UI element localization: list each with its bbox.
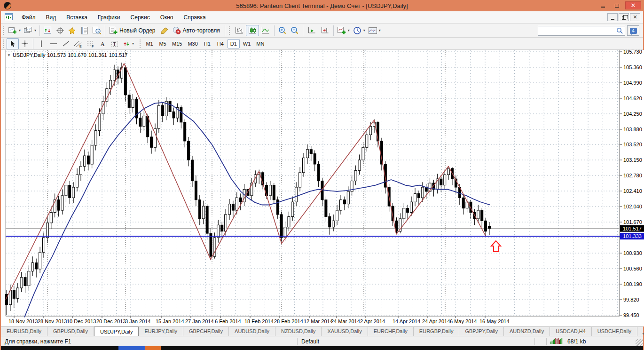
vertical-line-button[interactable] — [35, 38, 47, 49]
chart-document-icon[interactable] — [5, 13, 13, 22]
menu-графики[interactable]: Графики — [93, 12, 126, 23]
taskbar-item-blue[interactable] — [118, 346, 145, 350]
symbol-tab-usdcad[interactable]: USDCAD,H4 — [550, 327, 592, 336]
timeframe-m1-button[interactable]: M1 — [143, 39, 156, 48]
symbol-tab-usdchf[interactable]: USDCHF,Daily — [592, 327, 637, 336]
indicators-button[interactable]: ▾ — [336, 25, 351, 36]
timeframe-mn-button[interactable]: MN — [254, 39, 267, 48]
chart-profiles-button[interactable]: ▾ — [22, 25, 38, 36]
new-chart-button[interactable]: ▾ — [7, 25, 22, 36]
timeframe-h1-button[interactable]: H1 — [201, 39, 213, 48]
new-chart-icon — [8, 26, 17, 35]
candle-chart-button[interactable] — [246, 25, 259, 36]
market-watch-button[interactable] — [42, 25, 54, 36]
menu-справка[interactable]: Справка — [179, 12, 211, 23]
trendline-button[interactable] — [60, 38, 72, 49]
symbol-tab-eurchf[interactable]: EURCHF,Daily — [368, 327, 414, 336]
symbol-tab-xauusd[interactable]: XAUUSD,Daily — [322, 327, 368, 336]
symbol-tab-eurusd[interactable]: EURUSD,Daily — [1, 327, 47, 336]
arrow-up-annotation[interactable] — [491, 241, 501, 252]
market-watch-icon — [43, 26, 53, 35]
crosshair-button[interactable] — [19, 38, 31, 49]
minimize-button[interactable] — [597, 1, 608, 9]
strategy-tester-button[interactable] — [91, 25, 103, 36]
bar-chart-button[interactable] — [233, 25, 246, 36]
chart-svg[interactable]: 105.730105.360104.990104.620104.250103.8… — [1, 50, 644, 326]
resize-grip[interactable] — [636, 339, 643, 346]
zoom-in-button[interactable] — [276, 25, 289, 36]
menu-вид[interactable]: Вид — [41, 12, 62, 23]
arrows-button[interactable]: ▾ — [121, 38, 135, 49]
candles-layer[interactable] — [6, 63, 491, 315]
auto-scroll-button[interactable] — [305, 25, 318, 36]
svg-text:27 Jan 2014: 27 Jan 2014 — [185, 318, 214, 324]
metaeditor-button[interactable] — [158, 25, 171, 36]
favorites-button[interactable] — [66, 25, 79, 36]
equidistant-channel-button[interactable]: E — [72, 38, 84, 49]
collapse-icon[interactable]: ▼ — [7, 53, 11, 57]
timeframe-m15-button[interactable]: M15 — [170, 39, 184, 48]
timeframe-d1-button[interactable]: D1 — [228, 39, 240, 48]
templates-button[interactable]: ▾ — [367, 25, 382, 36]
chart-shift-button[interactable] — [318, 25, 331, 36]
chart-minimize-button[interactable] — [607, 13, 618, 21]
toolbar-separator — [333, 25, 334, 36]
close-button[interactable]: ✕ — [625, 1, 641, 9]
new-order-button[interactable]: Новый Ордер — [107, 25, 158, 36]
menu-сервис[interactable]: Сервис — [126, 12, 155, 23]
chart-restore-button[interactable] — [619, 13, 629, 21]
maximize-button[interactable] — [611, 1, 622, 9]
timeframe-w1-button[interactable]: W1 — [241, 39, 253, 48]
chevron-down-icon[interactable]: ▾ — [34, 28, 36, 32]
timeframe-m5-button[interactable]: M5 — [157, 39, 169, 48]
toolbar-grip[interactable] — [139, 39, 141, 48]
svg-text:16 May 2014: 16 May 2014 — [479, 318, 510, 324]
symbol-tab-eurjpy[interactable]: EURJPY,Daily — [139, 327, 183, 336]
symbol-tab-audnzd[interactable]: AUDNZD,Daily — [504, 327, 550, 336]
chevron-down-icon[interactable]: ▾ — [132, 41, 134, 46]
svg-text:104.250: 104.250 — [623, 111, 642, 117]
taskbar-item-orange[interactable] — [145, 346, 161, 350]
svg-text:3 Jan 2014: 3 Jan 2014 — [125, 318, 150, 324]
svg-text:100.560: 100.560 — [623, 266, 642, 271]
toolbar-grip[interactable] — [228, 26, 231, 35]
timeframe-h4-button[interactable]: H4 — [214, 39, 227, 48]
zoom-out-button[interactable] — [289, 25, 301, 36]
toolbar-grip[interactable] — [2, 39, 5, 48]
chevron-down-icon[interactable]: ▾ — [363, 28, 365, 32]
text-button[interactable]: A — [96, 38, 109, 49]
cursor-button[interactable] — [7, 38, 19, 49]
periods-button[interactable]: ▾ — [351, 25, 367, 36]
text-label-button[interactable]: T — [109, 38, 121, 49]
chevron-down-icon[interactable]: ▾ — [348, 28, 350, 32]
menu-вставка[interactable]: Вставка — [61, 12, 93, 23]
tab-scroll-left-button[interactable]: ◂ — [642, 331, 644, 336]
symbol-tab-nzdusd[interactable]: NZDUSD,Daily — [275, 327, 322, 336]
fibonacci-button[interactable]: F — [84, 38, 96, 49]
symbol-tab-gbpusd[interactable]: GBPUSD,Daily — [47, 327, 94, 336]
data-window-button[interactable] — [79, 25, 91, 36]
menu-окно[interactable]: Окно — [155, 12, 179, 23]
chevron-down-icon[interactable]: ▾ — [19, 28, 21, 32]
symbol-tab-gbpchf[interactable]: GBPCHF,Daily — [183, 327, 229, 336]
chevron-down-icon[interactable]: ▾ — [379, 28, 381, 32]
autotrade-button[interactable]: Авто-торговля — [171, 25, 223, 36]
search-input[interactable] — [538, 26, 613, 35]
moving-average-line[interactable] — [24, 103, 490, 318]
navigator-button[interactable] — [54, 25, 66, 36]
status-profile[interactable]: Default — [297, 338, 534, 345]
chart-close-button[interactable]: ✕ — [630, 13, 640, 21]
horizontal-line-button[interactable] — [47, 38, 60, 49]
symbol-tab-eurgbp[interactable]: EURGBP,Daily — [414, 327, 460, 336]
toolbar-separator — [33, 39, 33, 49]
menu-файл[interactable]: Файл — [16, 12, 41, 23]
line-chart-button[interactable] — [259, 25, 272, 36]
svg-text:E: E — [79, 45, 82, 48]
symbol-tab-gbpjpy[interactable]: GBPJPY,Daily — [459, 327, 504, 336]
search-icon[interactable] — [616, 27, 623, 36]
symbol-tab-audusd[interactable]: AUDUSD,Daily — [229, 327, 275, 336]
symbol-tab-usdjpy[interactable]: USDJPY,Daily — [94, 326, 139, 336]
notifications-button[interactable]: 4 — [627, 25, 639, 36]
timeframe-m30-button[interactable]: M30 — [185, 39, 200, 48]
toolbar-grip[interactable] — [2, 26, 5, 35]
